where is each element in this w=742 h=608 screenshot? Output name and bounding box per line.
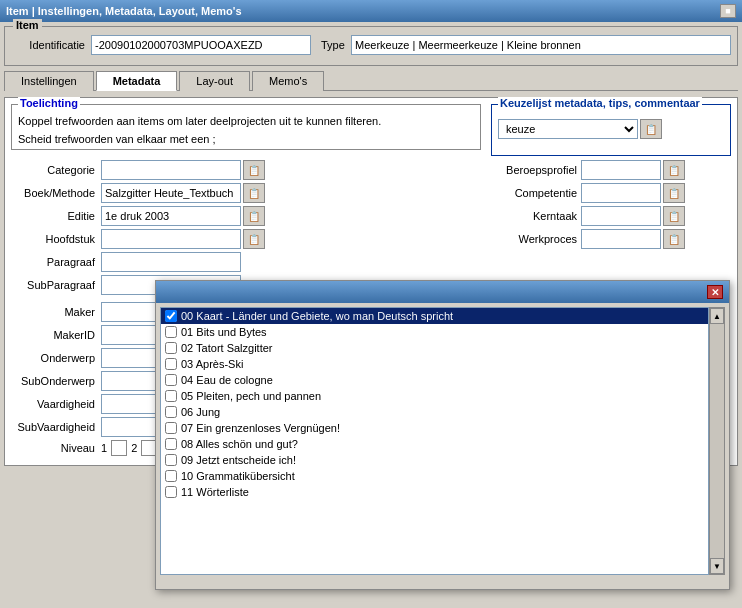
hoofdstuk-icon-btn[interactable]: 📋 <box>243 229 265 249</box>
boek-label: Boek/Methode <box>11 187 101 199</box>
popup-item-checkbox[interactable] <box>165 390 177 402</box>
hoofdstuk-input[interactable] <box>101 229 241 249</box>
close-button[interactable]: ■ <box>720 4 736 18</box>
scroll-down-btn[interactable]: ▼ <box>710 558 724 574</box>
tab-metadata[interactable]: Metadata <box>96 71 178 91</box>
beroepsprofiel-label: Beroepsprofiel <box>491 164 581 176</box>
onderwerp-label: Onderwerp <box>11 352 101 364</box>
popup-list-item[interactable]: 08 Alles schön und gut? <box>161 436 708 452</box>
popup-item-checkbox[interactable] <box>165 422 177 434</box>
competentie-label: Competentie <box>491 187 581 199</box>
boek-input[interactable] <box>101 183 241 203</box>
type-input[interactable] <box>351 35 731 55</box>
popup-item-checkbox[interactable] <box>165 406 177 418</box>
popup-item-checkbox[interactable] <box>165 470 177 482</box>
popup-item-label: 06 Jung <box>181 406 220 418</box>
popup-item-checkbox[interactable] <box>165 486 177 498</box>
kerntaak-input[interactable] <box>581 206 661 226</box>
subvaardigheid-label: SubVaardigheid <box>11 421 101 433</box>
popup-list-item[interactable]: 11 Wörterliste <box>161 484 708 500</box>
toelichting-box: Toelichting Koppel trefwoorden aan items… <box>11 104 481 150</box>
popup-item-checkbox[interactable] <box>165 374 177 386</box>
popup-item-checkbox[interactable] <box>165 454 177 466</box>
niveau-value: 1 <box>101 442 107 454</box>
subonderwerp-label: SubOnderwerp <box>11 375 101 387</box>
werkproces-icon-btn[interactable]: 📋 <box>663 229 685 249</box>
popup-list-item[interactable]: 00 Kaart - Länder und Gebiete, wo man De… <box>161 308 708 324</box>
tab-layout[interactable]: Lay-out <box>179 71 250 91</box>
popup-list-item[interactable]: 10 Grammatikübersicht <box>161 468 708 484</box>
categorie-label: Categorie <box>11 164 101 176</box>
top-section: Toelichting Koppel trefwoorden aan items… <box>11 104 731 156</box>
kerntaak-icon-btn[interactable]: 📋 <box>663 206 685 226</box>
popup-item-checkbox[interactable] <box>165 358 177 370</box>
scrollbar-track <box>710 324 724 558</box>
competentie-input[interactable] <box>581 183 661 203</box>
categorie-input[interactable] <box>101 160 241 180</box>
beroepsprofiel-row: Beroepsprofiel 📋 <box>491 160 731 180</box>
popup-item-checkbox[interactable] <box>165 326 177 338</box>
popup-list-item[interactable]: 06 Jung <box>161 404 708 420</box>
kerntaak-row: Kerntaak 📋 <box>491 206 731 226</box>
popup-title-bar: ✕ <box>156 281 729 303</box>
left-fields: Categorie 📋 Boek/Methode 📋 Edi <box>11 160 485 298</box>
keuzelijst-icon-btn[interactable]: 📋 <box>640 119 662 139</box>
popup-content: 00 Kaart - Länder und Gebiete, wo man De… <box>156 303 729 579</box>
makerid-label: MakerID <box>11 329 101 341</box>
scroll-up-btn[interactable]: ▲ <box>710 308 724 324</box>
boek-icon-btn[interactable]: 📋 <box>243 183 265 203</box>
item-group-box: Item Identificatie Type <box>4 26 738 66</box>
werkproces-input[interactable] <box>581 229 661 249</box>
categorie-row: Categorie 📋 <box>11 160 485 180</box>
title-bar-text: Item | Instellingen, Metadata, Layout, M… <box>6 5 242 17</box>
paragraaf-input[interactable] <box>101 252 241 272</box>
popup-close-button[interactable]: ✕ <box>707 285 723 299</box>
popup-item-label: 04 Eau de cologne <box>181 374 273 386</box>
niveau-label: Niveau <box>11 442 101 454</box>
keuzelijst-select[interactable]: keuze <box>498 119 638 139</box>
popup-list-item[interactable]: 07 Ein grenzenloses Vergnügen! <box>161 420 708 436</box>
editie-icon-btn[interactable]: 📋 <box>243 206 265 226</box>
item-group-title: Item <box>13 19 42 31</box>
popup-item-label: 01 Bits und Bytes <box>181 326 267 338</box>
popup-item-label: 08 Alles schön und gut? <box>181 438 298 450</box>
toelichting-line2: Scheid trefwoorden van elkaar met een ; <box>18 127 474 145</box>
popup-item-label: 03 Après-Ski <box>181 358 243 370</box>
werkproces-label: Werkproces <box>491 233 581 245</box>
popup-item-checkbox[interactable] <box>165 438 177 450</box>
werkproces-row: Werkproces 📋 <box>491 229 731 249</box>
title-bar: Item | Instellingen, Metadata, Layout, M… <box>0 0 742 22</box>
beroepsprofiel-icon-btn[interactable]: 📋 <box>663 160 685 180</box>
popup-item-label: 07 Ein grenzenloses Vergnügen! <box>181 422 340 434</box>
popup-list-item[interactable]: 05 Pleiten, pech und pannen <box>161 388 708 404</box>
tab-memos[interactable]: Memo's <box>252 71 324 91</box>
identificatie-input[interactable] <box>91 35 311 55</box>
popup-list-item[interactable]: 09 Jetzt entscheide ich! <box>161 452 708 468</box>
list-icon: 📋 <box>645 124 657 135</box>
popup-item-label: 05 Pleiten, pech und pannen <box>181 390 321 402</box>
tab-instellingen[interactable]: Instellingen <box>4 71 94 91</box>
popup-item-checkbox[interactable] <box>165 310 177 322</box>
boek-row: Boek/Methode 📋 <box>11 183 485 203</box>
popup-item-checkbox[interactable] <box>165 342 177 354</box>
popup-list[interactable]: 00 Kaart - Länder und Gebiete, wo man De… <box>160 307 709 575</box>
competentie-icon-btn[interactable]: 📋 <box>663 183 685 203</box>
popup-list-item[interactable]: 02 Tatort Salzgitter <box>161 340 708 356</box>
editie-row: Editie 📋 <box>11 206 485 226</box>
categorie-icon-btn[interactable]: 📋 <box>243 160 265 180</box>
niveau-box-1[interactable] <box>111 440 127 456</box>
right-fields: Beroepsprofiel 📋 Competentie 📋 <box>491 160 731 298</box>
vaardigheid-label: Vaardigheid <box>11 398 101 410</box>
popup-item-label: 00 Kaart - Länder und Gebiete, wo man De… <box>181 310 453 322</box>
popup-list-item[interactable]: 03 Après-Ski <box>161 356 708 372</box>
editie-input[interactable] <box>101 206 241 226</box>
keuzelijst-box: Keuzelijst metadata, tips, commentaar ke… <box>491 104 731 156</box>
keuzelijst-title: Keuzelijst metadata, tips, commentaar <box>498 97 702 109</box>
beroepsprofiel-input[interactable] <box>581 160 661 180</box>
subparagraaf-label: SubParagraaf <box>11 279 101 291</box>
popup-item-label: 09 Jetzt entscheide ich! <box>181 454 296 466</box>
popup-list-item[interactable]: 01 Bits und Bytes <box>161 324 708 340</box>
popup-dialog: ✕ 00 Kaart - Länder und Gebiete, wo man … <box>155 280 730 590</box>
popup-list-item[interactable]: 04 Eau de cologne <box>161 372 708 388</box>
paragraaf-label: Paragraaf <box>11 256 101 268</box>
